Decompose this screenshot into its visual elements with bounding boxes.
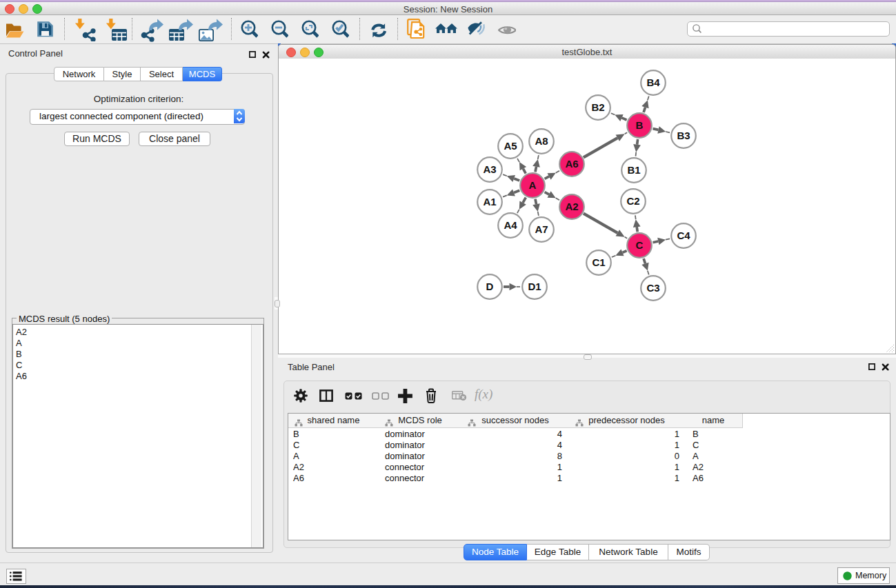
- svg-text:C: C: [636, 239, 644, 251]
- svg-text:A3: A3: [483, 163, 496, 175]
- svg-text:A2: A2: [565, 201, 578, 212]
- svg-text:A7: A7: [535, 223, 548, 235]
- svg-text:D: D: [486, 281, 494, 292]
- svg-text:D1: D1: [528, 281, 541, 292]
- svg-text:B3: B3: [677, 130, 690, 141]
- svg-text:C2: C2: [626, 195, 639, 207]
- svg-text:C3: C3: [646, 282, 659, 294]
- svg-text:A: A: [529, 179, 537, 191]
- svg-text:C1: C1: [592, 256, 605, 268]
- svg-text:C4: C4: [677, 230, 690, 241]
- svg-text:A4: A4: [504, 219, 517, 231]
- svg-text:B2: B2: [591, 101, 604, 113]
- svg-text:B1: B1: [627, 164, 640, 176]
- svg-text:A5: A5: [504, 140, 517, 152]
- svg-text:B4: B4: [646, 77, 660, 88]
- svg-text:A6: A6: [565, 158, 578, 170]
- svg-text:A1: A1: [483, 196, 496, 207]
- svg-text:B: B: [636, 119, 644, 131]
- svg-text:A8: A8: [535, 135, 548, 147]
